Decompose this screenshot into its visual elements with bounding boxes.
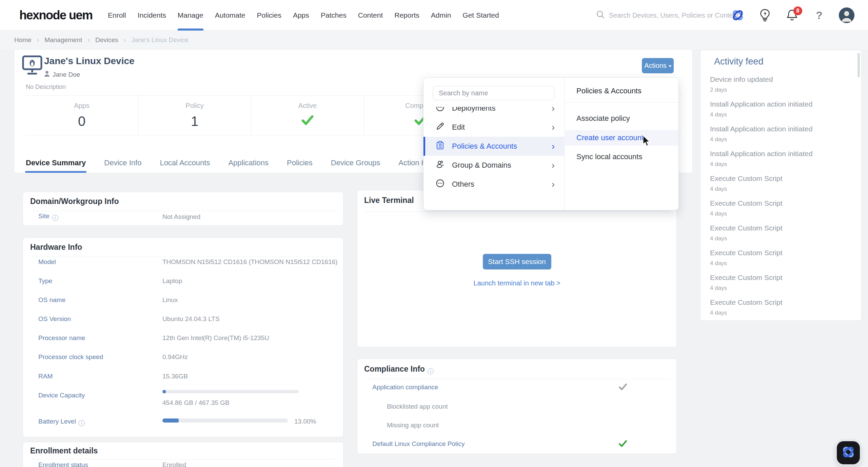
breadcrumb-devices[interactable]: Devices [95,36,118,44]
notifications-bell-icon[interactable]: 8 [785,8,800,23]
nav-item-apps[interactable]: Apps [293,0,309,31]
tab-device-summary[interactable]: Device Summary [25,153,86,173]
nav-item-automate[interactable]: Automate [215,0,245,31]
menu-item-label: Policies & Accounts [452,142,544,151]
actions-menu-list: Deployments › Edit › Policies & Accounts… [423,107,564,196]
device-description: No Description [26,83,66,91]
live-terminal-card: Live Terminal Start SSH session Launch t… [357,190,677,347]
site-label[interactable]: Site [38,212,50,220]
capacity-text: 454.86 GB / 467.35 GB [162,399,230,407]
divider [564,102,678,102]
battery-label: Battery Level [38,418,76,425]
divider [30,211,336,211]
chevron-right-icon: › [552,123,555,132]
submenu-item-create-user-account[interactable]: Create user account [564,130,678,146]
edit-pencil-icon [436,122,445,133]
tab-local-accounts[interactable]: Local Accounts [159,153,211,173]
compliance-policy-link[interactable]: Default Linux Compliance Policy [372,440,465,448]
device-title: Jane's Linux Device [44,56,135,67]
help-icon[interactable]: ? [812,8,827,23]
tab-policies[interactable]: Policies [286,153,313,173]
info-icon[interactable]: i [428,368,434,374]
ellipsis-circle-icon [436,179,445,190]
tab-device-groups[interactable]: Device Groups [330,153,381,173]
info-icon[interactable]: i [52,215,58,221]
user-avatar[interactable] [839,7,854,23]
hardware-row-value: Laptop [162,277,182,285]
compliance-info-card: Compliance Infoi Application compliance … [357,359,677,454]
activity-item-time: 4 days [710,186,727,192]
search-icon [596,10,605,20]
tab-device-info[interactable]: Device Info [103,153,142,173]
nav-item-incidents[interactable]: Incidents [138,0,166,31]
compliance-card-header: Compliance Infoi [364,365,434,374]
hardware-row-label: Model [38,258,56,266]
menu-item-label: Deployments [452,107,544,113]
submenu-item-associate-policy[interactable]: Associate policy [564,111,678,126]
activity-item-title: Install Application action initiated [710,150,812,158]
site-value: Not Assigned [162,213,200,221]
divider [30,459,336,460]
menu-item-others[interactable]: Others › [423,175,564,194]
launch-terminal-link[interactable]: Launch terminal in new tab > [473,279,560,287]
hexnode-logo[interactable]: hexnode uem [19,0,93,31]
activity-scrollbar[interactable] [857,53,860,77]
tab-applications[interactable]: Applications [228,153,269,173]
hardware-row-label: OS Version [38,315,71,323]
battery-percent: 13.00% [294,418,316,425]
hardware-row-label: OS name [38,296,65,304]
stat-policy[interactable]: Policy 1 [138,96,251,135]
menu-item-edit[interactable]: Edit › [423,118,564,137]
compliance-row-label[interactable]: Application compliance [372,384,438,391]
start-ssh-session-button[interactable]: Start SSH session [483,254,551,269]
device-owner: Jane Doe [44,71,80,78]
hexnode-chat-fab[interactable] [837,441,860,464]
menu-item-policies-accounts[interactable]: Policies & Accounts › [423,137,564,156]
hardware-row-label: RAM [38,373,53,380]
caret-down-icon: ▾ [669,63,671,69]
nav-item-reports[interactable]: Reports [394,0,419,31]
breadcrumb-current-device: Jane's Linux Device [131,36,188,44]
nav-item-get-started[interactable]: Get Started [462,0,499,31]
menu-item-deployments[interactable]: Deployments › [423,107,564,118]
enrollment-status-value: Enrolled [162,461,186,467]
actions-button[interactable]: Actions ▾ [642,58,674,73]
info-icon[interactable]: i [79,420,85,426]
divider [364,211,670,212]
activity-item-title: Device info updated [710,75,773,83]
hardware-row-label: Processor clock speed [38,353,103,361]
nav-item-manage[interactable]: Manage [178,0,203,31]
whats-new-bulb-icon[interactable] [757,8,772,23]
breadcrumb-management[interactable]: Management [44,36,82,44]
menu-item-label: Others [452,180,544,189]
device-tabs: Device Summary Device Info Local Account… [24,153,445,173]
nav-item-admin[interactable]: Admin [431,0,451,31]
site-row: Sitei [38,212,58,221]
nav-item-content[interactable]: Content [358,0,383,31]
nav-item-policies[interactable]: Policies [257,0,281,31]
divider [30,257,336,257]
global-search[interactable]: Search Devices, Users, Policies or Conte… [596,10,718,20]
users-group-icon [436,160,445,171]
chevron-right-icon: › [552,180,555,189]
stat-apps[interactable]: Apps 0 [25,96,138,135]
submenu-item-sync-local-accounts[interactable]: Sync local accounts [564,149,678,165]
menu-item-group-domains[interactable]: Group & Domains › [423,156,564,175]
nav-right-controls: Search Devices, Users, Policies or Conte… [596,0,854,31]
menu-search-input[interactable] [433,86,554,100]
hardware-card-title: Hardware Info [30,243,82,252]
compliance-row-label: Blocklisted app count [387,403,448,410]
nav-item-patches[interactable]: Patches [321,0,347,31]
hardware-row-value: 15.36GB [162,373,188,380]
activity-item-time: 2 days [710,87,727,93]
nav-item-enroll[interactable]: Enroll [108,0,126,31]
actions-dropdown-menu: Deployments › Edit › Policies & Accounts… [423,78,678,210]
domain-card-title: Domain/Workgroup Info [30,197,119,206]
activity-item-title: Execute Custom Script [710,249,783,257]
breadcrumb-home[interactable]: Home [14,36,32,44]
hexnode-knot-icon[interactable] [730,8,745,23]
activity-item-title: Execute Custom Script [710,274,783,282]
capacity-bar-fill [162,390,166,393]
stat-active[interactable]: Active [251,96,364,135]
stat-label: Active [298,102,317,110]
